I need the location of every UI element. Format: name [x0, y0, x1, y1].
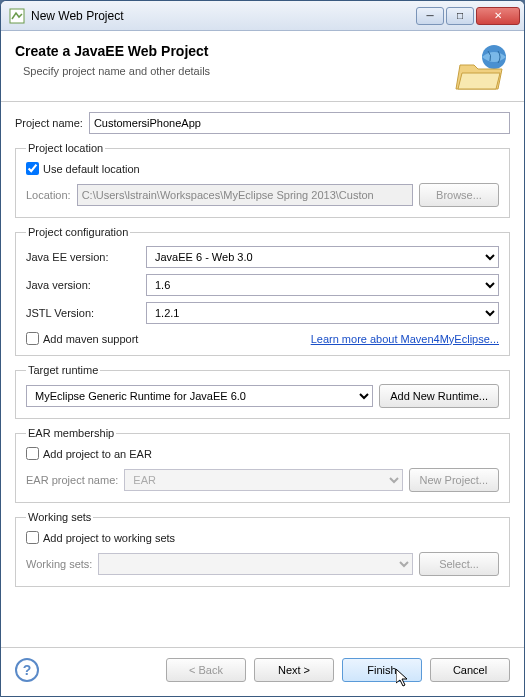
- select-working-sets-button: Select...: [419, 552, 499, 576]
- ear-membership-legend: EAR membership: [26, 427, 116, 439]
- javaee-version-label: Java EE version:: [26, 251, 146, 263]
- add-maven-label: Add maven support: [43, 333, 138, 345]
- project-name-label: Project name:: [15, 117, 83, 129]
- dialog-window: New Web Project ─ □ ✕ Create a JavaEE We…: [0, 0, 525, 697]
- maximize-button[interactable]: □: [446, 7, 474, 25]
- target-runtime-legend: Target runtime: [26, 364, 100, 376]
- header-subtitle: Specify project name and other details: [23, 65, 454, 77]
- dialog-header: Create a JavaEE Web Project Specify proj…: [1, 31, 524, 102]
- working-sets-legend: Working sets: [26, 511, 93, 523]
- ear-project-name-label: EAR project name:: [26, 474, 118, 486]
- ear-project-name-select: EAR: [124, 469, 402, 491]
- working-sets-label: Working sets:: [26, 558, 92, 570]
- add-runtime-button[interactable]: Add New Runtime...: [379, 384, 499, 408]
- titlebar[interactable]: New Web Project ─ □ ✕: [1, 1, 524, 31]
- location-input: [77, 184, 413, 206]
- help-button[interactable]: ?: [15, 658, 39, 682]
- add-to-working-sets-label: Add project to working sets: [43, 532, 175, 544]
- window-controls: ─ □ ✕: [416, 7, 520, 25]
- finish-button[interactable]: Finish: [342, 658, 422, 682]
- browse-button: Browse...: [419, 183, 499, 207]
- svg-rect-0: [10, 9, 24, 23]
- new-ear-project-button: New Project...: [409, 468, 499, 492]
- add-maven-checkbox[interactable]: [26, 332, 39, 345]
- project-configuration-group: Project configuration Java EE version: J…: [15, 226, 510, 356]
- project-location-legend: Project location: [26, 142, 105, 154]
- project-location-group: Project location Use default location Lo…: [15, 142, 510, 218]
- jstl-version-label: JSTL Version:: [26, 307, 146, 319]
- working-sets-group: Working sets Add project to working sets…: [15, 511, 510, 587]
- close-button[interactable]: ✕: [476, 7, 520, 25]
- add-to-ear-label: Add project to an EAR: [43, 448, 152, 460]
- folder-globe-icon: [454, 43, 510, 91]
- app-icon: [9, 8, 25, 24]
- back-button: < Back: [166, 658, 246, 682]
- cancel-button[interactable]: Cancel: [430, 658, 510, 682]
- java-version-label: Java version:: [26, 279, 146, 291]
- minimize-button[interactable]: ─: [416, 7, 444, 25]
- window-title: New Web Project: [31, 9, 416, 23]
- project-name-input[interactable]: [89, 112, 510, 134]
- dialog-content: Project name: Project location Use defau…: [1, 102, 524, 647]
- project-configuration-legend: Project configuration: [26, 226, 130, 238]
- jstl-version-select[interactable]: 1.2.1: [146, 302, 499, 324]
- target-runtime-select[interactable]: MyEclipse Generic Runtime for JavaEE 6.0: [26, 385, 373, 407]
- project-name-row: Project name:: [15, 112, 510, 134]
- header-title: Create a JavaEE Web Project: [15, 43, 454, 59]
- add-to-ear-checkbox[interactable]: [26, 447, 39, 460]
- next-button[interactable]: Next >: [254, 658, 334, 682]
- location-label: Location:: [26, 189, 71, 201]
- maven-learn-more-link[interactable]: Learn more about Maven4MyEclipse...: [311, 333, 499, 345]
- dialog-footer: ? < Back Next > Finish Cancel: [1, 647, 524, 696]
- working-sets-select: [98, 553, 413, 575]
- use-default-location-label: Use default location: [43, 163, 140, 175]
- java-version-select[interactable]: 1.6: [146, 274, 499, 296]
- add-to-working-sets-checkbox[interactable]: [26, 531, 39, 544]
- target-runtime-group: Target runtime MyEclipse Generic Runtime…: [15, 364, 510, 419]
- ear-membership-group: EAR membership Add project to an EAR EAR…: [15, 427, 510, 503]
- use-default-location-checkbox[interactable]: [26, 162, 39, 175]
- javaee-version-select[interactable]: JavaEE 6 - Web 3.0: [146, 246, 499, 268]
